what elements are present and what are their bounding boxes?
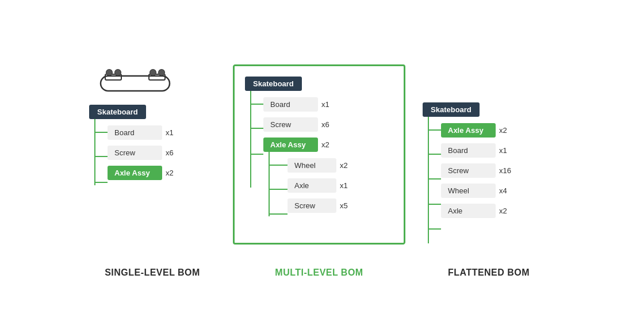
node-board-single: Board <box>108 125 162 140</box>
qty-axle-flat: x2 <box>499 126 507 135</box>
qty-screw-single: x6 <box>166 148 174 157</box>
label-flat: FLATTENED BOM <box>423 268 555 278</box>
node-axle-flat: Axle Assy <box>441 123 496 138</box>
qty-axle-multi: x2 <box>321 140 329 149</box>
tree-item-screw-multi: Screw x6 <box>263 117 348 132</box>
qty-board-single: x1 <box>166 128 174 137</box>
node-board-multi: Board <box>263 97 318 112</box>
tree-item-axle-single: Axle Assy x2 <box>108 166 174 180</box>
multi-level-column: Skateboard Board x1 <box>233 64 405 245</box>
svg-point-9 <box>150 70 156 75</box>
root-node-single: Skateboard <box>89 105 146 119</box>
node-screwchild-multi: Screw <box>288 198 336 213</box>
qty-axle-single: x2 <box>166 169 174 177</box>
tree-item-axlepart-multi: Axle x1 <box>288 178 348 193</box>
node-screw-single: Screw <box>108 146 162 160</box>
qty-axlepart-multi: x1 <box>340 181 348 190</box>
node-axlepart-flat: Axle <box>441 204 496 218</box>
tree-item-axlepart-flat: Axle x2 <box>441 204 511 218</box>
node-wheel-flat: Wheel <box>441 184 496 198</box>
node-axlepart-multi: Axle <box>288 178 336 193</box>
label-single: SINGLE-LEVEL BOM <box>89 268 216 278</box>
single-level-column: Skateboard Board <box>89 64 216 200</box>
tree-item-wheel-flat: Wheel x4 <box>441 184 511 198</box>
tree-item-screwchild-multi: Screw x5 <box>288 198 348 213</box>
qty-screw-multi: x6 <box>321 120 329 129</box>
flattened-column: Skateboard Axle Assy x2 <box>423 64 555 259</box>
qty-board-multi: x1 <box>321 100 329 109</box>
tree-item-axle-multi: Axle Assy x2 <box>263 138 348 152</box>
tree-lines-multi-l2 <box>263 152 288 232</box>
tree-lines-flat <box>423 117 441 259</box>
label-multi: MULTI-LEVEL BOM <box>233 268 405 278</box>
qty-board-flat: x1 <box>499 146 507 155</box>
qty-wheel-multi: x2 <box>340 161 348 170</box>
tree-item-board-multi: Board x1 <box>263 97 348 112</box>
qty-wheel-flat: x4 <box>499 186 507 195</box>
tree-item-board-single: Board x1 <box>108 125 174 140</box>
svg-point-7 <box>106 70 112 75</box>
skateboard-image <box>89 64 181 100</box>
root-node-multi: Skateboard <box>245 77 302 91</box>
tree-lines-multi-l1 <box>245 91 263 205</box>
tree-lines-single <box>89 119 108 200</box>
qty-screw-flat: x16 <box>499 166 511 175</box>
svg-point-8 <box>115 70 121 75</box>
node-wheel-multi: Wheel <box>288 158 336 173</box>
node-screw-flat: Screw <box>441 163 496 178</box>
qty-screwchild-multi: x5 <box>340 201 348 210</box>
root-node-flat: Skateboard <box>423 102 480 117</box>
node-axle-multi: Axle Assy <box>263 138 318 152</box>
qty-axlepart-flat: x2 <box>499 207 507 215</box>
tree-item-axle-flat: Axle Assy x2 <box>441 123 511 138</box>
tree-item-wheel-multi: Wheel x2 <box>288 158 348 173</box>
node-board-flat: Board <box>441 143 496 158</box>
tree-item-board-flat: Board x1 <box>441 143 511 158</box>
tree-item-screw-flat: Screw x16 <box>441 163 511 178</box>
node-screw-multi: Screw <box>263 117 318 132</box>
svg-point-10 <box>159 70 164 75</box>
svg-rect-0 <box>101 76 170 91</box>
tree-item-screw-single: Screw x6 <box>108 146 174 160</box>
node-axle-single: Axle Assy <box>108 166 162 180</box>
